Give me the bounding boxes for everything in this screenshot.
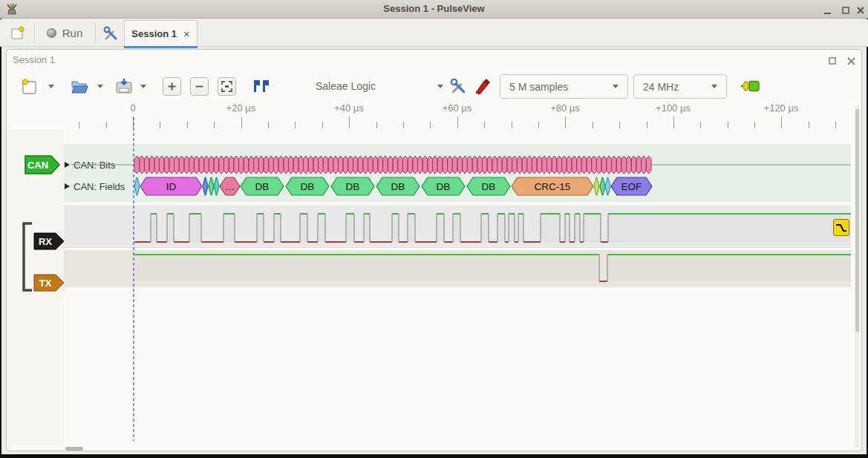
field-label: DB — [346, 181, 360, 192]
tab-label: Session 1 — [131, 28, 177, 39]
new-session-button[interactable] — [6, 22, 30, 45]
field-label: … — [225, 181, 235, 192]
field-annotation — [134, 177, 140, 195]
field-label: DB — [255, 181, 270, 192]
minimize-icon[interactable] — [821, 4, 835, 16]
run-label: Run — [62, 27, 83, 39]
field-annotation — [209, 177, 214, 195]
field-label: DB — [482, 181, 496, 192]
new-session-icon — [10, 26, 25, 40]
falling-edge-trigger-icon — [835, 221, 848, 234]
field-annotation — [605, 177, 610, 195]
session-panel: Session 1 — [6, 49, 862, 451]
can-tag-label: CAN — [27, 160, 48, 171]
tx-channel-tag[interactable]: TX — [33, 274, 65, 292]
maximize-icon[interactable] — [839, 4, 852, 16]
tab-close-icon[interactable]: × — [183, 30, 190, 38]
settings-icon — [102, 25, 119, 42]
settings-button[interactable] — [99, 22, 122, 45]
field-annotation — [594, 177, 599, 195]
main-toolbar: Run Session 1 × — [0, 19, 868, 47]
rx-waveform — [134, 214, 851, 242]
channel-group-bracket[interactable] — [20, 222, 33, 292]
field-annotation — [600, 177, 605, 195]
vertical-scrollbar-thumb[interactable] — [855, 109, 859, 332]
tx-tag-label: TX — [39, 278, 52, 289]
rx-tag-label: RX — [39, 236, 52, 247]
field-label: DB — [391, 181, 405, 192]
tab-session-1[interactable]: Session 1 × — [124, 20, 198, 47]
application-window: Session 1 - PulseView Run — [0, 0, 868, 458]
titlebar[interactable]: Session 1 - PulseView — [0, 0, 868, 19]
field-label: ID — [166, 181, 177, 192]
falling-edge-trigger-badge[interactable] — [833, 219, 849, 236]
trace-view[interactable]: ID…DBDBDBDBDBDBCRC-15EOF — [64, 103, 851, 449]
field-annotation — [214, 177, 219, 195]
can-bits-annotations — [134, 156, 651, 174]
rx-channel-tag[interactable]: RX — [33, 232, 65, 250]
toolbar-separator — [34, 23, 35, 43]
tab-active-accent — [124, 46, 198, 48]
field-label: CRC-15 — [535, 181, 571, 192]
close-icon[interactable] — [854, 4, 867, 16]
can-fields-annotations: ID…DBDBDBDBDBDBCRC-15EOF — [134, 177, 652, 195]
toolbar-separator — [95, 23, 96, 43]
field-label: DB — [301, 181, 315, 192]
run-button[interactable]: Run — [39, 22, 91, 45]
tx-waveform — [134, 255, 851, 281]
can-decoder-tag[interactable]: CAN — [25, 155, 61, 174]
run-icon — [47, 28, 56, 38]
horizontal-scrollbar-thumb[interactable] — [65, 447, 83, 451]
field-label: EOF — [621, 181, 642, 192]
field-label: DB — [437, 181, 451, 192]
window-title: Session 1 - PulseView — [0, 3, 868, 14]
field-annotation — [203, 177, 208, 195]
